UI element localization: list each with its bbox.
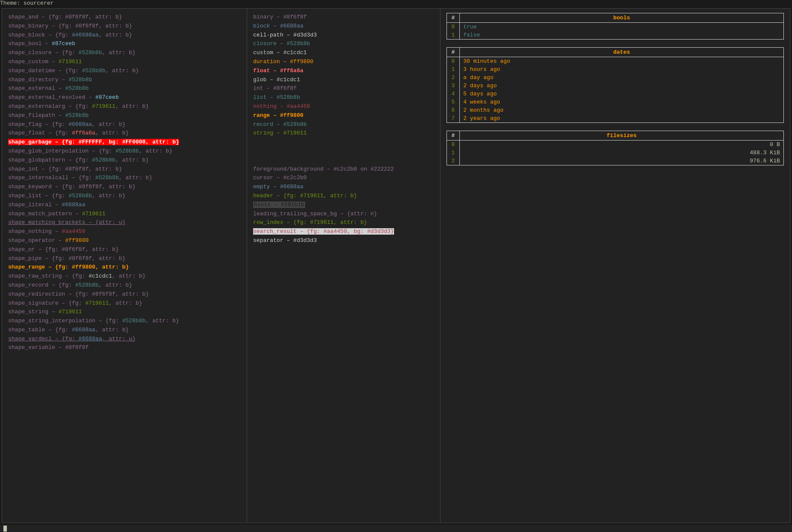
bools-header: bools — [460, 13, 784, 23]
list-item: shape_string_interpolation – {fg: #528b8… — [8, 317, 241, 326]
main-container: shape_and – {fg: #8f6f8f, attr: b} shape… — [2, 8, 790, 523]
list-item: shape_float – {fg: #ff6a6a, attr: b} — [8, 129, 241, 138]
cursor-line — [0, 525, 792, 532]
list-item: shape_list – {fg: #528b8b, attr: b} — [8, 192, 241, 201]
list-item: list – #528b8b — [253, 93, 434, 102]
list-item: shape_glob_interpolation – {fg: #528b8b,… — [8, 147, 241, 156]
list-item: separator – #d3d3d3 — [253, 236, 434, 245]
list-item: shape_external_resolved – #87ceeb — [8, 93, 241, 102]
date-value: 2 months ago — [460, 106, 784, 114]
list-item: shape_range – {fg: #ff9800, attr: b} — [8, 263, 241, 272]
date-value: 4 weeks ago — [460, 98, 784, 106]
list-item: custom – #c1cdc1 — [253, 49, 434, 58]
list-item: shape_internalcall – {fg: #528b8b, attr:… — [8, 174, 241, 183]
list-item: shape_bool – #87ceeb — [8, 40, 241, 49]
list-item: shape_table – {fg: #6688aa, attr: b} — [8, 326, 241, 335]
list-item: int – #8f6f8f — [253, 84, 434, 93]
row-index: 1 — [447, 65, 460, 73]
list-item: shape_operator – #ff9800 — [8, 236, 241, 245]
date-value: 2 years ago — [460, 114, 784, 123]
bool-value: true — [460, 23, 784, 31]
table-row: 6 2 months ago — [447, 106, 784, 114]
list-item: hints – #191b1b — [253, 201, 434, 210]
list-item: leading_trailing_space_bg – {attr: n} — [253, 210, 434, 219]
cursor-indicator — [3, 526, 7, 532]
filesizes-table: # filesizes 0 0 B 1 488.3 KiB 2 976.6 Ki… — [446, 131, 784, 165]
table-row: 1 3 hours ago — [447, 65, 784, 73]
list-item: shape_binary – {fg: #8f6f8f, attr: b} — [8, 22, 241, 31]
table-row: 5 4 weeks ago — [447, 98, 784, 106]
dates-table: # dates 0 30 minutes ago 1 3 hours ago 2… — [446, 47, 784, 123]
list-item: shape_closure – {fg: #528b8b, attr: b} — [8, 49, 241, 58]
row-index: 6 — [447, 106, 460, 114]
table-row: 1 false — [447, 31, 784, 40]
title-text: Theme: sourcerer — [0, 0, 54, 6]
list-item: binary – #8f6f8f — [253, 13, 434, 22]
row-index: 5 — [447, 98, 460, 106]
list-item: shape_block – {fg: ##6688aa, attr: b} — [8, 31, 241, 40]
list-item: block – #6688aa — [253, 22, 434, 31]
list-item: shape_matching_brackets – {attr: u} — [8, 218, 241, 227]
list-item: glob – #c1cdc1 — [253, 76, 434, 85]
list-item: shape_keyword – {fg: #8f6f8f, attr: b} — [8, 183, 241, 192]
filesize-value: 0 B — [460, 141, 784, 149]
list-item: shape_int – {fg: #8f6f8f, attr: b} — [8, 165, 241, 174]
list-item: shape_directory – #528b8b — [8, 76, 241, 85]
table-row: 7 2 years ago — [447, 114, 784, 123]
bool-value: false — [460, 31, 784, 40]
list-item: record – #528b8b — [253, 120, 434, 129]
row-index: 4 — [447, 90, 460, 98]
list-item: shape_pipe – {fg: #8f6f8f, attr: b} — [8, 254, 241, 263]
table-row: 2 976.6 KiB — [447, 157, 784, 165]
filesizes-index-header: # — [447, 131, 460, 141]
table-row: 4 5 days ago — [447, 90, 784, 98]
filesize-value: 488.3 KiB — [460, 149, 784, 157]
list-item: float – #ff6a6a — [253, 67, 434, 76]
row-index: 3 — [447, 82, 460, 90]
row-index: 0 — [447, 141, 460, 149]
row-index: 1 — [447, 149, 460, 157]
list-item: shape_raw_string – {fg: #c1cdc1, attr: b… — [8, 272, 241, 281]
list-item: shape_custom – #719611 — [8, 58, 241, 67]
list-item: shape_and – {fg: #8f6f8f, attr: b} — [8, 13, 241, 22]
row-index: 2 — [447, 157, 460, 165]
list-item: shape_variable – #8f6f8f — [8, 343, 241, 352]
dates-index-header: # — [447, 48, 460, 57]
list-item: duration – #ff9800 — [253, 58, 434, 67]
list-item: shape_signature – {fg: #719611, attr: b} — [8, 299, 241, 308]
list-item: cell-path – #d3d3d3 — [253, 31, 434, 40]
list-item: range – #ff9800 — [253, 111, 434, 120]
list-item: nothing – #aa4450 — [253, 102, 434, 111]
list-item: shape_or – {fg: #8f6f8f, attr: b} — [8, 245, 241, 254]
row-index: 0 — [447, 23, 460, 31]
col1-shapes: shape_and – {fg: #8f6f8f, attr: b} shape… — [2, 9, 247, 523]
list-item: shape_literal – #6688aa — [8, 201, 241, 210]
row-index: 7 — [447, 114, 460, 123]
date-value: 30 minutes ago — [460, 57, 784, 66]
list-item: closure – #528b8b — [253, 40, 434, 49]
list-item: shape_record – {fg: #528b8b, attr: b} — [8, 281, 241, 290]
date-value: 3 hours ago — [460, 65, 784, 73]
date-value: 2 days ago — [460, 82, 784, 90]
list-item: shape_match_pattern – #719611 — [8, 210, 241, 219]
table-row: 0 0 B — [447, 141, 784, 149]
row-index: 1 — [447, 31, 460, 40]
list-item: header – {fg: #719611, attr: b} — [253, 192, 434, 201]
date-value: a day ago — [460, 73, 784, 82]
list-item: cursor – #c2c2b0 — [253, 174, 434, 183]
table-row: 1 488.3 KiB — [447, 149, 784, 157]
list-item: foreground/background – #c2c2b0 on #2222… — [253, 165, 434, 174]
date-value: 5 days ago — [460, 90, 784, 98]
list-item: shape_globpattern – {fg: #528b8b, attr: … — [8, 156, 241, 165]
list-item: row_index – {fg: #719611, attr: b} — [253, 218, 434, 227]
dates-header: dates — [460, 48, 784, 57]
filesizes-header: filesizes — [460, 131, 784, 141]
list-item: shape_nothing – #aa4450 — [8, 227, 241, 236]
list-item: string – #719611 — [253, 129, 434, 138]
bools-table: # bools 0 true 1 false — [446, 13, 784, 40]
table-row: 0 true — [447, 23, 784, 31]
list-item: shape_vardecl – {fg: #6688aa, attr: u} — [8, 335, 241, 344]
table-row: 0 30 minutes ago — [447, 57, 784, 66]
list-item: shape_flag – {fg: #6688aa, attr: b} — [8, 120, 241, 129]
row-index: 2 — [447, 73, 460, 82]
